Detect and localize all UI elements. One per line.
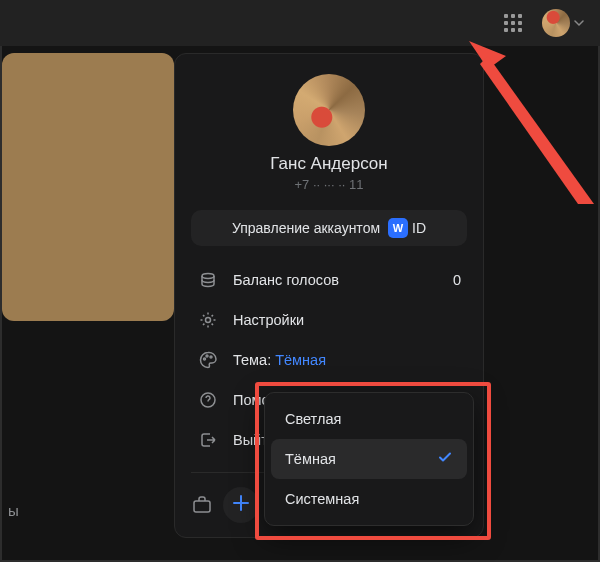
theme-option-system[interactable]: Системная (271, 479, 467, 519)
account-menu-button[interactable] (536, 5, 590, 41)
menu-label: Баланс голосов (233, 272, 339, 288)
svg-point-1 (206, 318, 211, 323)
balance-value: 0 (453, 272, 461, 288)
user-phone: +7 ·· ··· ·· 11 (294, 177, 363, 192)
svg-point-0 (202, 274, 214, 279)
svg-point-4 (210, 356, 212, 358)
menu-label: Тема: Тёмная (233, 352, 326, 368)
theme-option-label: Тёмная (285, 451, 336, 467)
briefcase-icon (191, 494, 213, 516)
vk-id-label: ID (412, 220, 426, 236)
logout-icon (197, 429, 219, 451)
svg-point-2 (204, 358, 206, 360)
theme-submenu: Светлая Тёмная Системная (264, 392, 474, 526)
user-name: Ганс Андерсон (270, 154, 387, 174)
gear-icon (197, 309, 219, 331)
svg-rect-6 (194, 501, 210, 512)
menu-item-balance[interactable]: Баланс голосов 0 (191, 262, 467, 298)
menu-item-settings[interactable]: Настройки (191, 302, 467, 338)
menu-item-theme[interactable]: Тема: Тёмная (191, 342, 467, 378)
apps-grid-icon (504, 14, 522, 32)
check-icon (437, 449, 453, 469)
theme-option-dark[interactable]: Тёмная (271, 439, 467, 479)
annotation-arrow (466, 36, 596, 206)
chevron-down-icon (574, 14, 584, 32)
theme-option-label: Системная (285, 491, 359, 507)
palette-icon (197, 349, 219, 371)
manage-account-button[interactable]: Управление аккаунтом W ID (191, 210, 467, 246)
help-icon (197, 389, 219, 411)
avatar-large (293, 74, 365, 146)
plus-icon (232, 492, 250, 518)
apps-launcher-button[interactable] (496, 6, 530, 40)
truncated-tab[interactable]: ы (8, 502, 19, 519)
coins-icon (197, 269, 219, 291)
svg-marker-8 (480, 56, 594, 204)
vk-badge-icon: W (388, 218, 408, 238)
menu-label: Настройки (233, 312, 304, 328)
avatar-small (542, 9, 570, 37)
add-account-button[interactable] (223, 487, 259, 523)
theme-current: Тёмная (275, 352, 326, 368)
content-card (2, 53, 174, 321)
theme-option-light[interactable]: Светлая (271, 399, 467, 439)
manage-account-label: Управление аккаунтом (232, 220, 380, 236)
top-bar (0, 0, 600, 46)
svg-point-3 (206, 355, 208, 357)
theme-option-label: Светлая (285, 411, 341, 427)
